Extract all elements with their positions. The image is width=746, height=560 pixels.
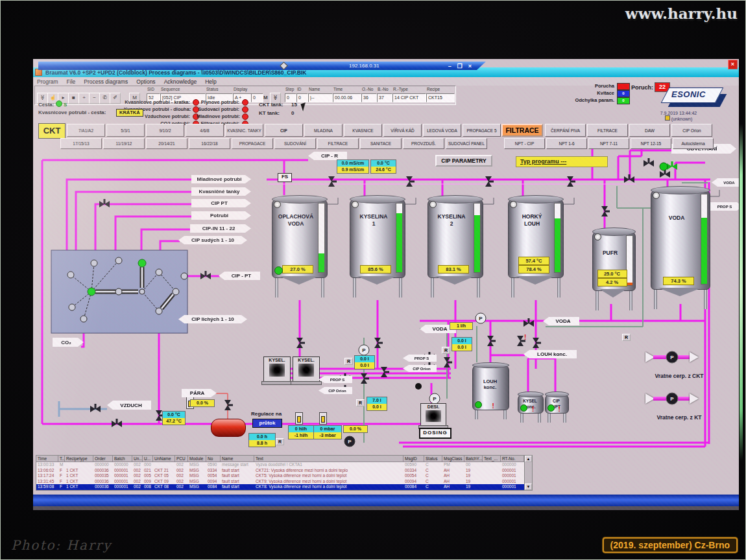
prutok-button[interactable]: průtok bbox=[252, 419, 282, 428]
time-field[interactable]: 00.00.06 bbox=[333, 93, 361, 102]
tab-row2-5[interactable]: SUDOVÁNÍ bbox=[274, 138, 316, 149]
column-header[interactable]: PCU bbox=[175, 456, 188, 462]
minimize-icon[interactable]: – bbox=[448, 63, 451, 69]
tab-row1-5[interactable]: CIP bbox=[265, 124, 303, 137]
tab-right2-0[interactable]: NPT - CIP bbox=[504, 138, 545, 149]
tab-row1-10[interactable]: PROPAGACE 5 bbox=[463, 124, 501, 137]
phone-button[interactable]: ✆ bbox=[99, 93, 110, 104]
nav-arrow-louhk[interactable]: LOUH konc. bbox=[523, 350, 577, 358]
pump-1[interactable]: P bbox=[359, 345, 369, 355]
tank-5[interactable]: VODA74.3 % bbox=[651, 186, 710, 290]
tank-3[interactable]: HORKÝ LOUH57.4 °C78.4 % bbox=[508, 195, 564, 278]
small-tank-1[interactable]: KYSEL konc.! bbox=[518, 391, 544, 414]
nav-arrow-kvas[interactable]: Kvasničné tanky bbox=[191, 187, 251, 196]
tab-row2-0[interactable]: 17/15/13 bbox=[60, 138, 102, 149]
valve-20[interactable] bbox=[112, 419, 122, 427]
tab-row2-6[interactable]: FILTRACE bbox=[317, 138, 359, 149]
bno-field[interactable]: 37 bbox=[377, 93, 392, 102]
return-pump-0[interactable]: P bbox=[645, 351, 699, 364]
valve-26[interactable] bbox=[644, 158, 654, 167]
nav-arrow-sudych[interactable]: CIP sudých 1 - 10 bbox=[178, 236, 247, 244]
tab-row1-6[interactable]: MLADINA bbox=[304, 124, 343, 137]
scroll-up-icon[interactable]: ▲ bbox=[525, 456, 532, 462]
tab-row1-9[interactable]: LEDOVÁ VODA bbox=[423, 124, 461, 137]
tab-row2-9[interactable]: SUDOVACÍ PANEL bbox=[446, 138, 487, 149]
tab-right2-1[interactable]: NPT 1-6 bbox=[546, 138, 587, 149]
nav-arrow-props_m[interactable]: PROP S bbox=[319, 376, 352, 383]
return-pump-1[interactable]: P bbox=[645, 392, 699, 405]
pin-icon[interactable] bbox=[280, 62, 288, 70]
nav-arrow-potrubi[interactable]: Potrubi bbox=[191, 211, 251, 220]
edit-button[interactable]: ✐ bbox=[110, 93, 121, 104]
tank-4[interactable]: PUFR25.0 °C4.2 % bbox=[592, 228, 636, 291]
column-header[interactable]: Recipetype bbox=[65, 456, 93, 462]
tank-value[interactable]: 57.4 °C bbox=[518, 257, 549, 265]
valve-9[interactable] bbox=[533, 338, 541, 348]
pump-3[interactable]: P bbox=[344, 436, 355, 447]
valve-3[interactable] bbox=[567, 176, 575, 187]
name-field[interactable]: |-- bbox=[308, 93, 333, 102]
tab-row2-1[interactable]: 11/19/12 bbox=[103, 138, 145, 149]
tank-value[interactable]: 85.6 % bbox=[360, 265, 391, 274]
pump-icon[interactable]: P bbox=[666, 351, 679, 364]
tank-value[interactable]: 25.0 °C bbox=[597, 270, 627, 278]
tab-right2-3[interactable]: NPT 12-15 bbox=[631, 138, 671, 149]
id-field[interactable]: 0 bbox=[296, 93, 308, 102]
dosing-unit-2[interactable]: DESI. bbox=[420, 403, 446, 426]
column-header[interactable]: No bbox=[206, 456, 221, 462]
column-header[interactable]: Status bbox=[424, 456, 442, 462]
heat-exchanger[interactable] bbox=[211, 419, 246, 437]
valve-4[interactable] bbox=[99, 199, 110, 207]
tank-value[interactable]: 78.4 % bbox=[518, 265, 549, 274]
tab-right1-3[interactable]: CIP Orion bbox=[671, 124, 712, 137]
menu-item[interactable]: File bbox=[67, 78, 76, 85]
nav-arrow-cippt2[interactable]: CIP - PT bbox=[219, 272, 260, 280]
reset-button[interactable]: R bbox=[344, 358, 353, 365]
valve-28[interactable] bbox=[624, 174, 634, 183]
nav-arrow-lichych[interactable]: CIP lichých 1 - 10 bbox=[178, 315, 247, 323]
valve-2[interactable] bbox=[485, 176, 494, 187]
valve-5[interactable] bbox=[200, 271, 211, 279]
column-header[interactable]: BatchY... bbox=[464, 456, 483, 462]
nav-arrow-para[interactable]: PÁRA bbox=[182, 389, 217, 397]
nav-arrow-vzduch[interactable]: VZDUCH bbox=[107, 401, 151, 410]
valve-0[interactable] bbox=[328, 176, 337, 187]
recipe-field[interactable]: CKT15 bbox=[426, 93, 455, 102]
column-header[interactable]: MsgID bbox=[403, 456, 424, 462]
nav-arrow-mlad[interactable]: Mladinové potrubi bbox=[191, 175, 251, 183]
tank-value[interactable]: 74.3 % bbox=[663, 277, 694, 285]
column-header[interactable]: T... bbox=[58, 456, 65, 462]
tab-row1-8[interactable]: VÍŘIVÁ KÁĎ bbox=[383, 124, 422, 137]
restore-icon[interactable]: ❐ bbox=[457, 63, 463, 69]
rdp-connection-bar[interactable]: 192.168.0.31 – ❐ × bbox=[38, 62, 486, 70]
minus-button[interactable]: − bbox=[89, 93, 100, 104]
nav-arrow-orion_m[interactable]: CIP Orion bbox=[319, 387, 352, 394]
column-header[interactable]: Order bbox=[93, 456, 113, 462]
column-header[interactable]: Un... bbox=[132, 456, 143, 462]
valve-1[interactable] bbox=[406, 176, 415, 187]
valve-14[interactable] bbox=[444, 357, 452, 368]
close-icon[interactable]: × bbox=[728, 60, 738, 69]
reset-button[interactable]: R bbox=[276, 438, 284, 445]
reset-button[interactable]: R bbox=[356, 399, 365, 406]
tab-row2-8[interactable]: PROVZDUŠ. bbox=[403, 138, 444, 149]
nav-arrow-voda_r[interactable]: VODA bbox=[543, 317, 579, 325]
rtype-field[interactable]: 14 CIP CKT bbox=[392, 93, 426, 102]
typ-programu-field[interactable]: Typ programu --- bbox=[516, 156, 608, 167]
tab-right2-2[interactable]: NPT 7-11 bbox=[588, 138, 629, 149]
menu-item[interactable]: Acknowledge bbox=[164, 78, 197, 85]
tank-0[interactable]: OPLACHOVÁ VODA27.0 % bbox=[272, 195, 328, 278]
tab-row2-7[interactable]: SANITACE bbox=[360, 138, 402, 149]
valve-12[interactable] bbox=[487, 336, 496, 346]
valve-23[interactable] bbox=[224, 400, 233, 410]
tab-right1-1[interactable]: FILTRACE bbox=[587, 124, 628, 137]
column-header[interactable]: Text bbox=[254, 456, 403, 462]
small-tank-0[interactable]: LOUH konc.! bbox=[472, 362, 509, 410]
table-row[interactable]: 13:31:45F1 CKT000036000001002009CKT 0900… bbox=[36, 479, 524, 485]
nav-arrow-props_tr[interactable]: PROP S bbox=[710, 202, 739, 211]
tab-right1-2[interactable]: DAW bbox=[629, 124, 670, 137]
tab-right2-4[interactable]: Autocisterna bbox=[673, 138, 714, 149]
tab-right1-0[interactable]: ČERPÁNÍ PIVA bbox=[545, 124, 586, 137]
pump-icon[interactable]: P bbox=[666, 393, 679, 405]
tab-row2-2[interactable]: 20/14/21 bbox=[146, 138, 187, 149]
